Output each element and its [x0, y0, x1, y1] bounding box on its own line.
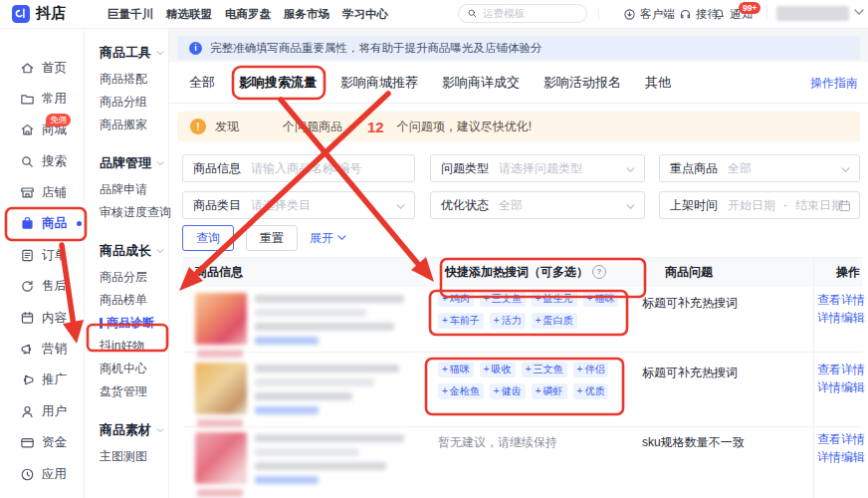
sidebar-item-marketing[interactable]: 营销	[0, 340, 84, 360]
price-blurred	[197, 419, 243, 427]
notice-bar: 完整准确填写商品重要属性，将有助于提升商品曝光及店铺体验分	[177, 36, 860, 60]
sidebar-item-search[interactable]: 搜索	[0, 151, 84, 171]
edit-detail-link[interactable]: 详情编辑	[817, 379, 865, 396]
sidebar-item-aftersale[interactable]: 售后	[0, 277, 84, 297]
col-header-actions: 操作	[836, 257, 860, 287]
problem-type-select[interactable]: 问题类型 请选择问题类型	[430, 154, 645, 182]
key-product-select[interactable]: 重点商品 全部	[659, 154, 860, 182]
listing-date-range-picker[interactable]: 上架时间 开始日期 - 结束日期	[659, 191, 860, 219]
menu-item-lianmeng[interactable]: 精选联盟	[166, 7, 212, 22]
chevron-down-icon[interactable]	[854, 9, 864, 16]
hot-word-chip[interactable]: +活力	[490, 313, 526, 329]
submenu-item[interactable]: 商机中心	[100, 358, 168, 380]
hot-word-chip[interactable]: +磷虾	[532, 383, 567, 399]
hot-word-chip[interactable]: +猫咪	[438, 362, 474, 377]
sidebar-item-mall[interactable]: 商城 免佣	[0, 121, 84, 140]
problem-text: 标题可补充热搜词	[642, 295, 738, 312]
hot-word-chip[interactable]: +吸收	[480, 362, 516, 377]
hot-word-chip[interactable]: +三文鱼	[522, 362, 567, 377]
edit-detail-link[interactable]: 详情编辑	[817, 449, 865, 466]
hot-word-chip[interactable]: +益生元	[532, 291, 577, 307]
history-icon	[20, 279, 35, 294]
user-icon	[20, 404, 35, 419]
sidebar-item-home[interactable]: 首页	[0, 58, 84, 78]
view-detail-link[interactable]: 查看详情	[817, 362, 865, 378]
chevron-down-icon	[156, 51, 164, 56]
calendar-icon	[838, 199, 851, 212]
column-divider	[813, 257, 814, 498]
submenu-item[interactable]: 商品搬家	[100, 114, 168, 136]
sidebar-item-shop[interactable]: 店铺	[0, 183, 84, 203]
sidebar-item-orders[interactable]: 订单	[0, 245, 84, 265]
problem-count: 12	[367, 119, 384, 135]
hot-word-chip[interactable]: +金枪鱼	[438, 383, 484, 399]
no-suggestion-tip: 暂无建议，请继续保持	[438, 434, 557, 451]
reset-button[interactable]: 重置	[246, 225, 298, 251]
calendar-icon	[20, 311, 35, 326]
sidebar-item-users[interactable]: 用户	[0, 401, 84, 421]
hot-word-chip[interactable]: +猫咪	[583, 291, 619, 307]
tab-activity-signup[interactable]: 影响活动报名	[543, 62, 621, 103]
sidebar-item-common[interactable]: 常用	[0, 89, 84, 109]
hot-word-chip[interactable]: +健齿	[490, 383, 526, 399]
submenu-item[interactable]: 盘货管理	[100, 380, 168, 403]
question-icon[interactable]	[592, 265, 606, 279]
sidebar-item-content[interactable]: 内容	[0, 308, 84, 328]
hot-word-chip[interactable]: +伴侣	[573, 362, 609, 377]
megaphone-icon	[20, 342, 35, 357]
hot-word-chip[interactable]: +优质	[573, 383, 609, 399]
view-detail-link[interactable]: 查看详情	[817, 431, 865, 448]
hot-word-chip[interactable]: +蛋白质	[532, 313, 577, 329]
problem-text: 标题可补充热搜词	[642, 365, 738, 381]
sidebar-item-promotion[interactable]: 推广	[0, 371, 84, 390]
user-account-blurred[interactable]	[776, 6, 849, 21]
submenu-item[interactable]: 商品分层	[100, 266, 168, 289]
problem-alert-bar: 发现 个问题商品， 12 个问题项，建议尽快优化!	[177, 112, 860, 141]
hot-word-chip[interactable]: +鸡肉	[438, 291, 474, 307]
tab-search-traffic[interactable]: 影响搜索流量	[239, 62, 317, 103]
sidebar-item-product[interactable]: 商品	[0, 214, 84, 234]
menu-item-fuwu[interactable]: 服务市场	[284, 7, 329, 22]
tab-mall-recommend[interactable]: 影响商城推荐	[340, 62, 418, 103]
view-detail-link[interactable]: 查看详情	[817, 292, 865, 309]
product-bag-icon	[20, 216, 35, 231]
menu-item-luopan[interactable]: 电商罗盘	[225, 7, 271, 22]
submenu-item[interactable]: 商品搭配	[100, 68, 168, 91]
optimize-status-select[interactable]: 优化状态 全部	[430, 191, 645, 219]
hot-word-chip[interactable]: +三文鱼	[480, 291, 526, 307]
secondary-sidebar: 商品工具 商品搭配 商品分组 商品搬家 品牌管理 品牌申请 审核进度查询 商品成…	[85, 28, 169, 498]
tabs-bar: 全部 影响搜索流量 影响商城推荐 影响商详成交 影响活动报名 其他	[169, 62, 868, 104]
submenu-item[interactable]: 主图测图	[100, 445, 168, 468]
query-button[interactable]: 查询	[182, 225, 234, 251]
submenu-item[interactable]: 品牌申请	[100, 178, 168, 201]
submenu-item[interactable]: 审核进度查询	[100, 201, 168, 224]
tab-all[interactable]: 全部	[189, 62, 215, 103]
section-product-tools[interactable]: 商品工具	[100, 42, 168, 64]
tab-detail-conversion[interactable]: 影响商详成交	[442, 62, 520, 103]
global-search-input[interactable]: 运费模板	[458, 4, 587, 23]
expand-button[interactable]: 展开	[310, 225, 346, 251]
client-download-button[interactable]: 客户端	[623, 0, 675, 28]
product-info-input[interactable]: 商品信息 请输入商品名称/编号	[182, 154, 415, 182]
category-select[interactable]: 商品类目 请选择类目	[182, 191, 415, 219]
home-icon	[20, 61, 35, 76]
submenu-item[interactable]: 商品分组	[100, 91, 168, 114]
logo[interactable]: 抖店	[12, 4, 66, 23]
hot-word-chip[interactable]: +车前子	[438, 313, 484, 329]
sidebar-item-apps[interactable]: 应用	[0, 464, 84, 484]
download-icon	[623, 8, 636, 21]
hot-word-chips-row1: +鸡肉 +三文鱼 +益生元 +猫咪 +车前子 +活力 +蛋白质	[438, 291, 632, 329]
menu-item-xuexi[interactable]: 学习中心	[342, 7, 388, 22]
menu-item-qianchuan[interactable]: 巨量千川	[108, 7, 153, 22]
sidebar-item-funds[interactable]: 资金	[0, 433, 84, 453]
section-product-growth[interactable]: 商品成长	[100, 240, 168, 262]
edit-detail-link[interactable]: 详情编辑	[817, 310, 865, 327]
section-product-material[interactable]: 商品素材	[100, 419, 168, 441]
submenu-item-product-diagnosis[interactable]: 商品诊断	[100, 312, 168, 335]
search-icon	[467, 8, 478, 19]
submenu-item[interactable]: 抖in好物	[100, 335, 168, 358]
section-brand-management[interactable]: 品牌管理	[100, 152, 168, 174]
submenu-item[interactable]: 商品榜单	[100, 289, 168, 312]
operation-guide-link[interactable]: 操作指南	[810, 62, 858, 104]
tab-other[interactable]: 其他	[645, 62, 671, 103]
